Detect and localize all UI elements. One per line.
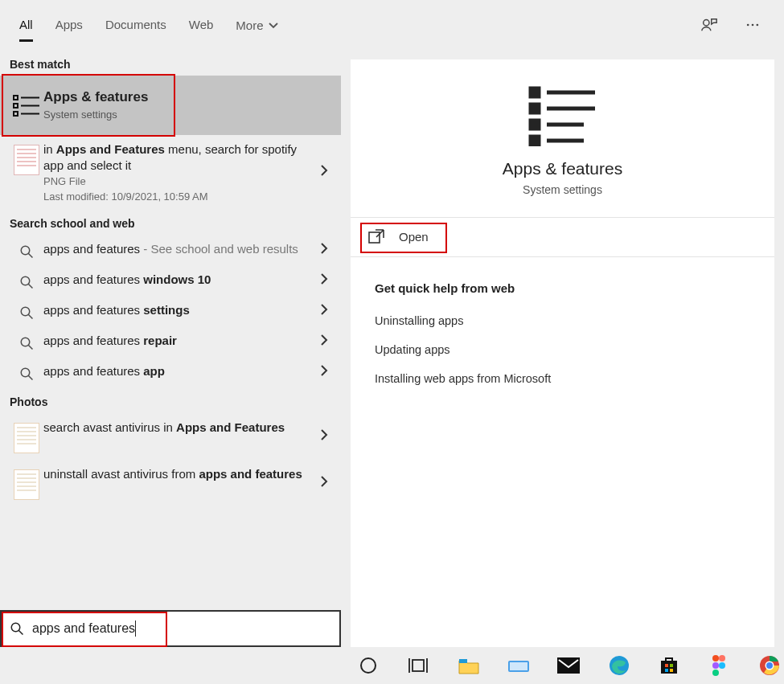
taskbar-file-explorer[interactable] <box>454 650 483 681</box>
svg-point-52 <box>766 662 773 669</box>
best-subtitle: System settings <box>43 109 309 121</box>
svg-point-46 <box>719 655 725 661</box>
svg-rect-38 <box>557 657 580 674</box>
apps-features-hero-icon <box>527 84 598 146</box>
chevron-right-icon[interactable] <box>320 164 328 180</box>
search-icon <box>10 302 43 320</box>
chevron-right-icon[interactable] <box>320 428 328 444</box>
chevron-right-icon[interactable] <box>320 303 328 319</box>
action-open[interactable]: Open <box>351 218 774 255</box>
taskbar-store[interactable] <box>655 650 683 681</box>
taskbar-cortana[interactable] <box>354 650 383 681</box>
open-icon <box>368 229 384 244</box>
help-header: Get quick help from web <box>375 281 750 295</box>
search-icon <box>10 272 43 289</box>
search-tab-bar: All Apps Documents Web More <box>0 0 784 50</box>
suggestion-text: apps and features settings <box>43 302 309 318</box>
open-label: Open <box>399 230 429 244</box>
taskbar-task-view[interactable] <box>404 650 433 681</box>
svg-point-3 <box>757 23 759 26</box>
more-options-icon[interactable] <box>744 16 761 34</box>
result-best-apps-features[interactable]: Apps & features System settings <box>0 76 341 135</box>
svg-rect-43 <box>665 669 668 672</box>
tab-web[interactable]: Web <box>189 8 214 42</box>
file-type: PNG File <box>43 175 309 187</box>
feedback-icon[interactable] <box>700 16 718 34</box>
svg-line-11 <box>28 254 32 258</box>
suggestion-1[interactable]: apps and features windows 10 <box>0 265 341 296</box>
chevron-right-icon[interactable] <box>320 364 328 380</box>
file-thumbnail-icon <box>14 145 39 175</box>
suggestion-text: apps and features repair <box>43 333 309 349</box>
svg-rect-6 <box>14 104 18 108</box>
help-link-2[interactable]: Installing web apps from Microsoft <box>375 364 750 393</box>
svg-rect-26 <box>531 121 539 129</box>
svg-rect-42 <box>670 664 673 667</box>
svg-rect-40 <box>661 661 677 674</box>
taskbar-edge[interactable] <box>605 650 634 681</box>
photo-result-0[interactable]: search avast antivirus in Apps and Featu… <box>0 413 341 460</box>
tab-all[interactable]: All <box>19 8 33 42</box>
taskbar <box>0 647 784 684</box>
tab-documents[interactable]: Documents <box>105 8 166 42</box>
suggestion-4[interactable]: apps and features app <box>0 357 341 387</box>
svg-point-49 <box>712 670 719 676</box>
taskbar-mail[interactable] <box>554 650 583 681</box>
file-title: in Apps and Features menu, search for sp… <box>43 141 309 174</box>
search-icon <box>2 621 32 636</box>
search-icon <box>10 363 43 381</box>
file-modified: Last modified: 10/9/2021, 10:59 AM <box>43 190 309 203</box>
svg-rect-22 <box>531 88 539 96</box>
svg-line-13 <box>28 285 32 289</box>
svg-point-16 <box>21 338 30 347</box>
svg-line-21 <box>18 630 23 634</box>
svg-point-12 <box>21 277 30 286</box>
settings-list-icon <box>10 91 43 118</box>
search-box[interactable]: apps and features <box>0 610 341 647</box>
svg-point-2 <box>752 23 754 26</box>
result-file-png[interactable]: in Apps and Features menu, search for sp… <box>0 135 341 210</box>
taskbar-chrome[interactable] <box>755 650 784 681</box>
svg-rect-4 <box>14 96 18 100</box>
results-column: Best match Apps & features System settin… <box>0 50 341 647</box>
suggestion-0[interactable]: apps and features - See school and web r… <box>0 235 341 265</box>
chevron-right-icon[interactable] <box>320 242 328 258</box>
svg-point-31 <box>361 658 376 673</box>
svg-point-18 <box>21 369 30 378</box>
photo-title: uninstall avast antivirus from apps and … <box>43 466 309 482</box>
search-input-text: apps and features <box>32 621 135 636</box>
svg-rect-8 <box>14 112 18 116</box>
svg-point-14 <box>21 308 30 317</box>
taskbar-figma[interactable] <box>704 650 733 681</box>
tab-apps[interactable]: Apps <box>55 8 83 42</box>
svg-rect-44 <box>670 669 673 672</box>
svg-point-47 <box>712 662 719 669</box>
file-thumbnail-icon <box>14 423 39 453</box>
help-link-1[interactable]: Updating apps <box>375 335 750 364</box>
search-icon <box>10 333 43 350</box>
chevron-right-icon[interactable] <box>320 334 328 350</box>
best-title: Apps & features <box>43 88 309 107</box>
svg-point-1 <box>747 23 749 26</box>
suggestion-text: apps and features windows 10 <box>43 272 309 288</box>
taskbar-keyboard[interactable] <box>504 650 533 681</box>
photo-title: search avast antivirus in Apps and Featu… <box>43 420 309 436</box>
svg-point-20 <box>11 623 20 632</box>
svg-rect-24 <box>531 104 539 113</box>
photo-result-1[interactable]: uninstall avast antivirus from apps and … <box>0 460 341 506</box>
chevron-right-icon[interactable] <box>320 272 328 289</box>
suggestion-3[interactable]: apps and features repair <box>0 326 341 357</box>
svg-rect-28 <box>531 137 539 145</box>
svg-rect-33 <box>413 660 424 671</box>
suggestion-text: apps and features - See school and web r… <box>43 241 309 257</box>
svg-point-0 <box>704 19 709 25</box>
svg-rect-35 <box>459 659 467 663</box>
chevron-right-icon[interactable] <box>320 475 328 491</box>
suggestion-2[interactable]: apps and features settings <box>0 296 341 326</box>
svg-point-45 <box>712 655 719 661</box>
tab-more[interactable]: More <box>236 8 277 42</box>
suggestion-text: apps and features app <box>43 363 309 379</box>
help-link-0[interactable]: Uninstalling apps <box>375 306 750 335</box>
svg-rect-41 <box>665 664 668 667</box>
detail-panel: Apps & features System settings Open Get… <box>351 59 774 647</box>
